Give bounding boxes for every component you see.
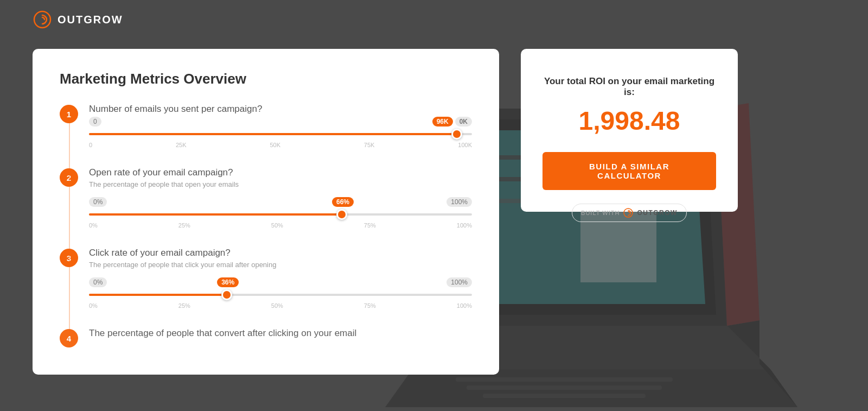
slider-fill-2 (89, 213, 342, 216)
brand-logo[interactable]: OUTGROW (33, 10, 123, 29)
slider-tick: 75% (364, 302, 376, 309)
slider-right-label-3: 100% (446, 277, 472, 287)
logo-text: OUTGROW (58, 14, 123, 26)
question-item-1: 1 Number of emails you sent per campaign… (60, 104, 472, 148)
slider-left-label-2: 0% (89, 197, 107, 207)
question-label-3: Click rate of your email campaign? (89, 248, 472, 258)
left-panel: Marketing Metrics Overview 1 Number of e… (33, 49, 499, 375)
roi-value: 1,998.48 (542, 106, 716, 136)
slider-labels-top-3: 0% 36% 100% (89, 277, 472, 287)
slider-tick: 100% (457, 222, 472, 229)
slider-left-label-1: 0 (89, 117, 101, 127)
slider-tick: 50% (271, 302, 283, 309)
svg-rect-12 (483, 394, 646, 398)
slider-thumb-3[interactable] (221, 289, 232, 300)
outgrow-mini-logo-icon (623, 207, 634, 218)
slider-tick: 100% (457, 302, 472, 309)
question-content-4: The percentage of people that convert af… (89, 328, 472, 341)
slider-fill-3 (89, 294, 227, 296)
svg-marker-9 (385, 369, 797, 407)
slider-tick: 75K (364, 142, 375, 148)
slider-tick: 25% (178, 302, 190, 309)
svg-point-15 (624, 208, 633, 217)
question-number-2: 2 (60, 168, 78, 187)
built-with-prefix: BUILT WITH (581, 210, 620, 216)
slider-labels-top-2: 0% 66% 100% (89, 197, 472, 207)
slider-tick: 0% (89, 302, 98, 309)
question-label-2: Open rate of your email campaign? (89, 167, 472, 178)
main-layout: Marketing Metrics Overview 1 Number of e… (0, 49, 868, 375)
slider-ticks-3: 0% 25% 50% 75% 100% (89, 302, 472, 309)
slider-tick: 50% (271, 222, 283, 229)
svg-point-0 (34, 11, 50, 28)
question-number-3: 3 (60, 249, 78, 267)
roi-label: Your total ROI on your email marketing i… (542, 76, 716, 98)
slider-tick: 50K (270, 142, 280, 148)
slider-track-2[interactable] (89, 210, 472, 219)
question-label-1: Number of emails you sent per campaign? (89, 104, 472, 115)
slider-3[interactable]: 0% 36% 100% 0% 25% 50% (89, 277, 472, 309)
slider-ticks-1: 0 25K 50K 75K 100K (89, 142, 472, 148)
slider-track-3[interactable] (89, 290, 472, 299)
slider-ticks-2: 0% 25% 50% 75% 100% (89, 222, 472, 229)
question-number-1: 1 (60, 105, 78, 123)
panel-title: Marketing Metrics Overview (60, 71, 472, 87)
slider-tick: 0 (89, 142, 92, 148)
built-with-badge: BUILT WITH OUTGROW (572, 204, 687, 222)
slider-tick: 25% (178, 222, 190, 229)
slider-thumb-2[interactable] (336, 209, 347, 220)
slider-left-label-3: 0% (89, 277, 107, 287)
svg-rect-10 (456, 377, 673, 382)
question-sublabel-3: The percentage of people that click your… (89, 261, 472, 269)
slider-track-1[interactable] (89, 130, 472, 138)
slider-tick: 25K (176, 142, 187, 148)
question-item-4: 4 The percentage of people that convert … (60, 328, 472, 347)
svg-rect-11 (467, 385, 662, 390)
slider-tick: 100K (458, 142, 472, 148)
questions-wrapper: 1 Number of emails you sent per campaign… (60, 104, 472, 347)
question-item-3: 3 Click rate of your email campaign? The… (60, 248, 472, 309)
question-number-4: 4 (60, 329, 78, 347)
slider-tick: 75% (364, 222, 376, 229)
slider-right-label-2: 100% (446, 197, 472, 207)
question-item-2: 2 Open rate of your email campaign? The … (60, 167, 472, 229)
question-sublabel-2: The percentage of people that open your … (89, 180, 472, 188)
slider-value-1b: 0K (455, 117, 472, 127)
right-panel: Your total ROI on your email marketing i… (521, 49, 738, 212)
slider-tick: 0% (89, 222, 98, 229)
slider-labels-top-1: 0 96K 0K (89, 117, 472, 127)
slider-2[interactable]: 0% 66% 100% 0% 25% 50% (89, 197, 472, 229)
outgrow-logo-icon (33, 10, 52, 29)
slider-value-1: 96K (432, 117, 453, 127)
slider-value-2: 66% (332, 197, 354, 207)
slider-1[interactable]: 0 96K 0K 0 25 (89, 117, 472, 148)
build-calculator-button[interactable]: BUILD A SIMILAR CALCULATOR (542, 152, 716, 190)
slider-thumb-1[interactable] (451, 129, 462, 140)
header: OUTGROW (0, 0, 868, 39)
built-with-brand: OUTGROW (637, 209, 678, 217)
question-content-1: Number of emails you sent per campaign? … (89, 104, 472, 148)
question-content-2: Open rate of your email campaign? The pe… (89, 167, 472, 229)
question-label-4: The percentage of people that convert af… (89, 328, 472, 339)
slider-value-3: 36% (217, 277, 239, 287)
slider-fill-1 (89, 133, 457, 135)
question-content-3: Click rate of your email campaign? The p… (89, 248, 472, 309)
